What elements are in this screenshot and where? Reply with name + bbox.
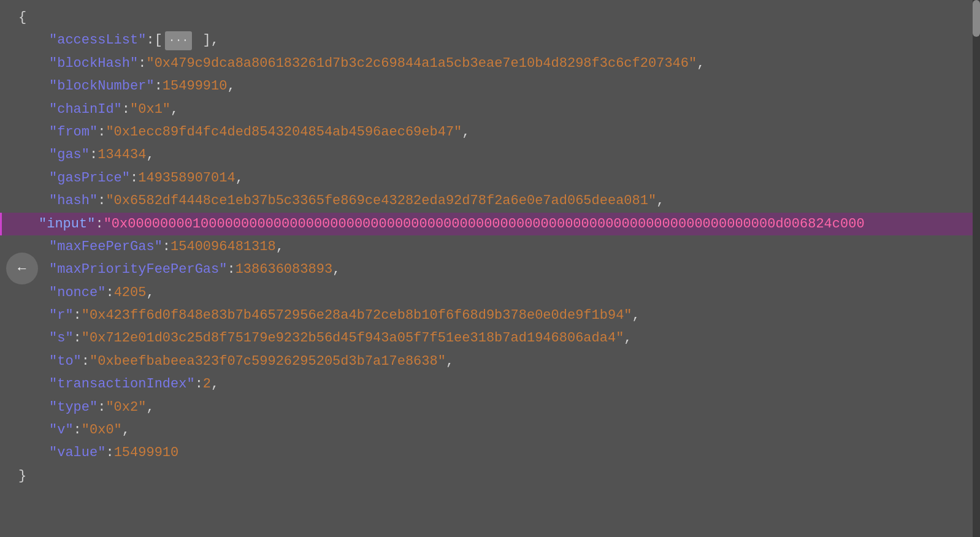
line-blockHash: "blockHash":"0x479c9dca8a806183261d7b3c2… [12, 52, 980, 75]
line-type: "type":"0x2", [12, 396, 980, 419]
scrollbar-thumb[interactable] [973, 0, 980, 37]
line-to: "to":"0xbeefbabeea323f07c59926295205d3b7… [12, 350, 980, 373]
line-hash: "hash":"0x6582df4448ce1eb37b5c3365fe869c… [12, 189, 980, 212]
json-viewer: ← { "accessList":[··· ], "blockHash":"0x… [0, 0, 980, 537]
line-accessList: "accessList":[··· ], [12, 29, 980, 51]
line-maxFeePerGas: "maxFeePerGas":1540096481318, [12, 235, 980, 258]
access-list-badge: ··· [165, 31, 192, 50]
scrollbar[interactable] [973, 0, 980, 537]
line-v: "v":"0x0", [12, 419, 980, 441]
line-chainId: "chainId":"0x1", [12, 98, 980, 121]
line-value: "value":15499910 [12, 441, 980, 464]
line-gasPrice: "gasPrice":149358907014, [12, 167, 980, 189]
line-blockNumber: "blockNumber":15499910, [12, 75, 980, 97]
line-input: "input":"0x00000000100000000000000000000… [0, 213, 980, 235]
close-bracket: } [12, 465, 980, 487]
back-button[interactable]: ← [6, 253, 38, 284]
line-s: "s":"0x712e01d03c25d8f75179e9232b56d45f9… [12, 327, 980, 349]
line-from: "from":"0x1ecc89fd4fc4ded8543204854ab459… [12, 121, 980, 143]
line-nonce: "nonce":4205, [12, 281, 980, 304]
line-transactionIndex: "transactionIndex":2, [12, 373, 980, 395]
open-bracket: { [12, 6, 980, 29]
line-r: "r":"0x423ff6d0f848e83b7b46572956e28a4b7… [12, 304, 980, 327]
line-maxPriorityFeePerGas: "maxPriorityFeePerGas":138636083893, [12, 258, 980, 281]
line-gas: "gas":134434, [12, 143, 980, 166]
